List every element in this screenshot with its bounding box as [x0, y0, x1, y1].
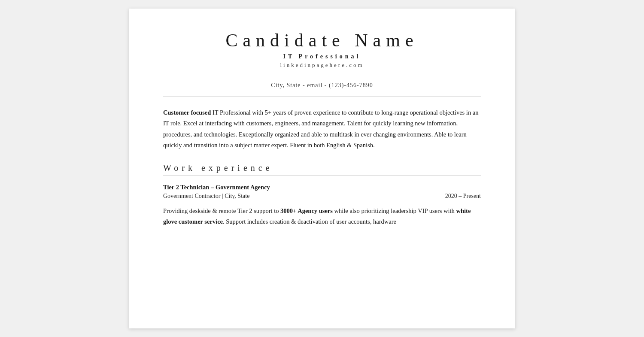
job-desc-mid-1: while also prioritizing leadership VIP u…	[333, 207, 456, 214]
summary-section: Customer focused IT Professional with 5+…	[163, 107, 481, 151]
summary-bold-start: Customer focused	[163, 109, 211, 116]
resume-page: Candidate Name IT Professional linkedinp…	[129, 9, 515, 328]
job-desc-start-1: Providing deskside & remote Tier 2 suppo…	[163, 207, 280, 214]
divider-top	[163, 74, 481, 74]
candidate-linkedin: linkedinpagehere.com	[163, 62, 481, 69]
job-company-1: Government Contractor | City, State	[163, 193, 249, 200]
work-experience-section: Work experience Tier 2 Technician – Gove…	[163, 163, 481, 228]
job-meta-row-1: Government Contractor | City, State 2020…	[163, 193, 481, 200]
candidate-name: Candidate Name	[163, 30, 481, 51]
candidate-title: IT Professional	[163, 53, 481, 60]
job-desc-bold1-1: 3000+ Agency users	[280, 207, 333, 214]
job-dates-1: 2020 – Present	[445, 193, 481, 200]
job-desc-end-1: . Support includes creation & deactivati…	[223, 218, 396, 225]
work-experience-heading: Work experience	[163, 163, 481, 173]
header-section: Candidate Name IT Professional linkedinp…	[163, 30, 481, 69]
job-description-1: Providing deskside & remote Tier 2 suppo…	[163, 206, 481, 228]
divider-bottom	[163, 97, 481, 97]
job-title-1: Tier 2 Technician – Government Agency	[163, 184, 481, 191]
contact-line: City, State - email - (123)-456-7890	[163, 79, 481, 92]
summary-body: IT Professional with 5+ years of proven …	[163, 109, 478, 149]
summary-text: Customer focused IT Professional with 5+…	[163, 107, 481, 151]
work-section-divider	[163, 176, 481, 176]
job-entry-1: Tier 2 Technician – Government Agency Go…	[163, 184, 481, 228]
